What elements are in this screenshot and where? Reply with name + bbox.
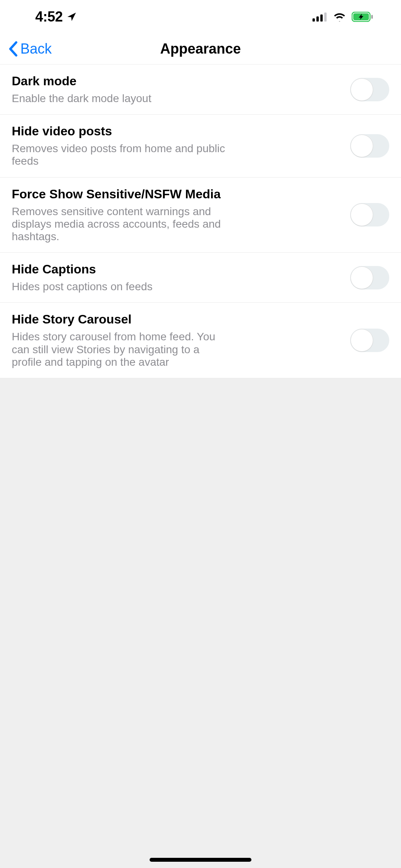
toggle-knob [350,266,373,289]
svg-rect-2 [320,14,323,22]
svg-rect-1 [316,16,319,22]
status-bar: 4:52 [0,0,401,33]
wifi-icon [333,12,346,22]
row-text: Hide Story Carousel Hides story carousel… [12,312,342,368]
row-title: Dark mode [12,74,338,88]
row-description: Hides post captions on feeds [12,280,231,293]
nav-bar: Back Appearance [0,33,401,65]
chevron-left-icon [8,41,18,57]
row-description: Removes sensitive content warnings and d… [12,205,231,243]
row-title: Hide Story Carousel [12,312,338,327]
hide-captions-toggle[interactable] [350,266,389,289]
hide-video-posts-toggle[interactable] [350,134,389,158]
cellular-signal-icon [312,12,327,22]
settings-list: Dark mode Enable the dark mode layout Hi… [0,65,401,378]
page-title: Appearance [160,41,241,57]
row-title: Force Show Sensitive/NSFW Media [12,187,338,201]
row-title: Hide Captions [12,262,338,277]
home-indicator[interactable] [150,858,251,862]
back-button[interactable]: Back [8,33,52,64]
location-arrow-icon [67,12,77,22]
hide-story-carousel-toggle[interactable] [350,329,389,352]
row-text: Hide Captions Hides post captions on fee… [12,262,342,293]
back-label: Back [20,41,52,57]
force-show-sensitive-toggle[interactable] [350,203,389,226]
row-description: Hides story carousel from home feed. You… [12,331,231,368]
toggle-knob [350,329,373,352]
toggle-knob [350,78,373,101]
row-description: Removes video posts from home and public… [12,142,231,167]
toggle-knob [350,203,373,226]
row-description: Enable the dark mode layout [12,92,231,105]
status-left: 4:52 [35,9,77,25]
status-time: 4:52 [35,9,63,25]
toggle-knob [350,135,373,157]
svg-rect-0 [312,18,315,22]
svg-rect-6 [371,15,373,19]
row-text: Hide video posts Removes video posts fro… [12,124,342,167]
row-force-show-sensitive: Force Show Sensitive/NSFW Media Removes … [0,178,401,253]
battery-charging-icon [352,12,374,22]
row-text: Dark mode Enable the dark mode layout [12,74,342,105]
dark-mode-toggle[interactable] [350,78,389,101]
row-hide-video-posts: Hide video posts Removes video posts fro… [0,115,401,177]
status-right [312,12,374,22]
svg-rect-3 [324,13,327,22]
row-text: Force Show Sensitive/NSFW Media Removes … [12,187,342,243]
row-dark-mode: Dark mode Enable the dark mode layout [0,65,401,115]
row-title: Hide video posts [12,124,338,138]
row-hide-captions: Hide Captions Hides post captions on fee… [0,253,401,303]
row-hide-story-carousel: Hide Story Carousel Hides story carousel… [0,303,401,378]
